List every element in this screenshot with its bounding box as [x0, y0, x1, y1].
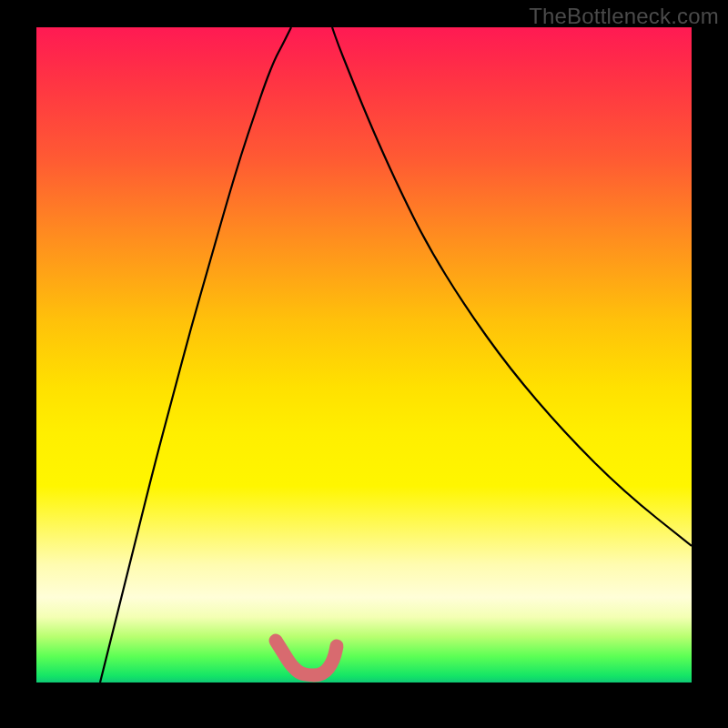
chart-frame: TheBottleneck.com [0, 0, 728, 728]
plot-area [36, 27, 692, 682]
chart-svg [36, 27, 692, 682]
right-curve [332, 27, 692, 546]
marker-trace [276, 641, 337, 675]
watermark-text: TheBottleneck.com [529, 4, 719, 29]
left-curve [100, 27, 291, 682]
